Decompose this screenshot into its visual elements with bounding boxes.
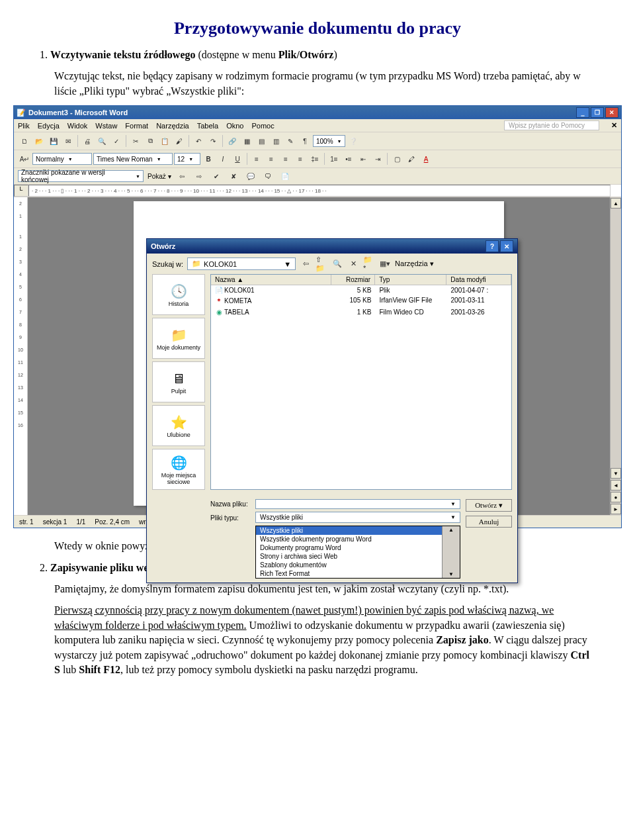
help-button[interactable]: ? <box>486 240 499 252</box>
cancel-button[interactable]: Anuluj <box>466 516 512 528</box>
type-option[interactable]: Dokumenty programu Word <box>256 543 460 552</box>
columns-icon[interactable]: ▥ <box>269 134 282 148</box>
align-center-icon[interactable]: ≡ <box>265 152 278 165</box>
xls-icon[interactable]: ▤ <box>255 134 268 148</box>
browse-prev-icon[interactable]: ◄ <box>611 480 621 490</box>
link-icon[interactable]: 🔗 <box>226 134 239 148</box>
menu-widok[interactable]: Widok <box>67 122 88 130</box>
reject-icon[interactable]: ✘ <box>227 169 240 183</box>
brush-icon[interactable]: 🖌 <box>173 134 186 148</box>
italic-button[interactable]: I <box>216 152 230 165</box>
align-left-icon[interactable]: ≡ <box>250 152 263 165</box>
vertical-ruler[interactable]: 2112345678910111213141516 <box>14 197 28 515</box>
place-mydocs[interactable]: 📁Moje dokumenty <box>152 318 205 359</box>
comment-icon[interactable]: 💬 <box>244 169 257 183</box>
align-right-icon[interactable]: ≡ <box>279 152 292 165</box>
mail-icon[interactable]: ✉ <box>62 134 75 148</box>
menu-tabela[interactable]: Tabela <box>197 122 218 130</box>
filename-input[interactable]: ▼ <box>255 499 460 509</box>
outdent-icon[interactable]: ⇤ <box>357 152 370 165</box>
fontcolor-icon[interactable]: A <box>419 152 433 165</box>
numlist-icon[interactable]: 1≡ <box>327 152 341 165</box>
dialog-close-button[interactable]: ✕ <box>500 240 513 252</box>
menu-plik[interactable]: Plik <box>18 122 30 130</box>
open-button[interactable]: Otwórz ▾ <box>466 499 512 512</box>
place-network[interactable]: 🌐Moje miejsca sieciowe <box>152 449 205 490</box>
col-date[interactable]: Data modyfi <box>446 275 511 285</box>
highlight-icon[interactable]: 🖍 <box>405 152 418 165</box>
delete-icon[interactable]: ✕ <box>347 258 359 270</box>
bold-button[interactable]: B <box>202 152 215 165</box>
horizontal-ruler[interactable]: · 2 · · · 1 · · · ▯ · · · 1 · · · 2 · · … <box>28 185 611 197</box>
font-select[interactable]: Times New Roman▼ <box>93 153 173 165</box>
align-justify-icon[interactable]: ≡ <box>294 152 307 165</box>
border-icon[interactable]: ▢ <box>390 152 403 165</box>
print-icon[interactable]: 🖨 <box>81 134 94 148</box>
balloon-icon[interactable]: 🗨 <box>261 169 275 183</box>
newfolder-icon[interactable]: 📁* <box>363 258 375 270</box>
styles-icon[interactable]: A↵ <box>18 152 31 165</box>
track-display-select[interactable]: Znaczniki pokazane w wersji końcowej▼ <box>18 170 144 182</box>
cut-icon[interactable]: ✂ <box>129 134 142 148</box>
new-icon[interactable]: 🗋 <box>18 134 31 148</box>
redo-icon[interactable]: ↷ <box>206 134 220 148</box>
scroll-down-icon[interactable]: ▼ <box>611 468 621 479</box>
place-history[interactable]: 🕓Historia <box>152 274 205 315</box>
maximize-button[interactable]: ❐ <box>591 107 604 118</box>
place-favorites[interactable]: ⭐Ulubione <box>152 405 205 446</box>
menu-format[interactable]: Format <box>125 122 148 130</box>
type-option[interactable]: Rich Text Format <box>256 569 460 578</box>
menu-pomoc[interactable]: Pomoc <box>251 122 274 130</box>
bullist-icon[interactable]: •≡ <box>342 152 355 165</box>
style-select[interactable]: Normalny▼ <box>32 153 92 165</box>
open-icon[interactable]: 📂 <box>32 134 46 148</box>
type-option[interactable]: Wszystkie dokumenty programu Word <box>256 535 460 543</box>
spell-icon[interactable]: ✓ <box>110 134 123 148</box>
prev-change-icon[interactable]: ⇦ <box>175 169 189 183</box>
file-row[interactable]: ◉TABELA 1 KB Film Wideo CD 2001-03-26 <box>211 307 511 317</box>
up-icon[interactable]: ⇧📁 <box>316 258 327 270</box>
preview-icon[interactable]: 🔍 <box>95 134 108 148</box>
search-icon[interactable]: 🔍 <box>331 258 343 270</box>
menu-edycja[interactable]: Edycja <box>38 122 60 130</box>
views-icon[interactable]: ▦▾ <box>379 258 391 270</box>
menu-okno[interactable]: Okno <box>226 122 243 130</box>
vertical-scrollbar[interactable]: ▲ ▼ ◄ ● ► <box>610 197 621 515</box>
lookin-select[interactable]: 📁 KOLOK01 ▼ <box>187 257 296 270</box>
type-option[interactable]: Strony i archiwa sieci Web <box>256 552 460 561</box>
tools-menu[interactable]: Narzędzia ▾ <box>395 259 434 268</box>
type-option[interactable]: Wszystkie pliki <box>256 526 460 535</box>
scroll-up-icon[interactable]: ▲ <box>611 198 621 209</box>
menu-narzedzia[interactable]: Narzędzia <box>156 122 189 130</box>
dd-scroll-down-icon[interactable]: ▼ <box>448 571 454 577</box>
file-row[interactable]: 📄KOLOK01 5 KB Plik 2001-04-07 : <box>211 285 511 295</box>
track-show[interactable]: Pokaż ▾ <box>148 173 171 180</box>
review-pane-icon[interactable]: 📄 <box>278 169 292 183</box>
drawing-icon[interactable]: ✎ <box>284 134 297 148</box>
browse-next-icon[interactable]: ► <box>611 504 621 514</box>
place-desktop[interactable]: 🖥Pulpit <box>152 361 205 402</box>
help-search-input[interactable]: Wpisz pytanie do Pomocy <box>504 120 599 130</box>
minimize-button[interactable]: ‗ <box>576 107 589 118</box>
size-select[interactable]: 12▼ <box>174 153 200 165</box>
zoom-select[interactable]: 100%▼ <box>313 135 345 147</box>
menu-wstaw[interactable]: Wstaw <box>95 122 117 130</box>
col-size[interactable]: Rozmiar <box>331 275 375 285</box>
col-name[interactable]: Nazwa ▲ <box>211 275 331 285</box>
file-row[interactable]: ＊KOMETA 105 KB IrfanView GIF File 2001-0… <box>211 295 511 307</box>
type-option[interactable]: Szablony dokumentów <box>256 561 460 569</box>
accept-icon[interactable]: ✔ <box>210 169 223 183</box>
doc-close-button[interactable]: ✕ <box>611 121 617 130</box>
undo-icon[interactable]: ↶ <box>192 134 205 148</box>
browse-object-icon[interactable]: ● <box>611 492 621 502</box>
table-icon[interactable]: ▦ <box>240 134 253 148</box>
filetype-dropdown[interactable]: Wszystkie pliki Wszystkie dokumenty prog… <box>255 526 460 579</box>
col-type[interactable]: Typ <box>375 275 446 285</box>
help-icon[interactable]: ❔ <box>347 134 360 148</box>
linespacing-icon[interactable]: ‡≡ <box>308 152 321 165</box>
paste-icon[interactable]: 📋 <box>158 134 171 148</box>
underline-button[interactable]: U <box>231 152 244 165</box>
filetype-select[interactable]: Wszystkie pliki▼ <box>255 512 460 523</box>
next-change-icon[interactable]: ⇨ <box>192 169 206 183</box>
save-icon[interactable]: 💾 <box>47 134 60 148</box>
